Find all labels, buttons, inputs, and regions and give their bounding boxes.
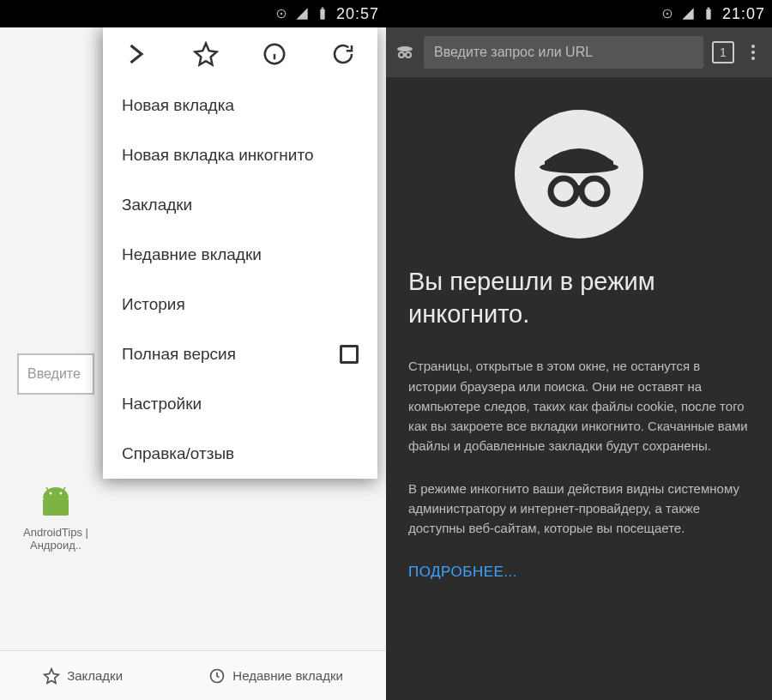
status-time: 20:57 xyxy=(336,5,379,23)
tab-switcher-button[interactable]: 1 xyxy=(712,41,734,63)
battery-icon xyxy=(702,7,715,21)
svg-rect-3 xyxy=(322,8,324,9)
screenshot-right: 21:07 Введите запрос или URL 1 Вы перешл… xyxy=(386,0,772,700)
menu-item-help[interactable]: Справка/отзыв xyxy=(103,429,377,479)
menu-item-new-incognito[interactable]: Новая вкладка инкогнито xyxy=(103,130,377,180)
bookmarks-shortcut[interactable]: Закладки xyxy=(43,667,123,685)
menu-item-new-tab[interactable]: Новая вкладка xyxy=(103,81,377,130)
svg-point-21 xyxy=(751,45,755,48)
incognito-page: Вы перешли в режим инкогнито. Страницы, … xyxy=(386,77,772,584)
status-bar-left: 20:57 xyxy=(0,0,386,27)
bottom-shortcut-bar: Закладки Недавние вкладки xyxy=(0,650,386,700)
android-icon xyxy=(34,486,77,521)
svg-point-14 xyxy=(666,13,669,15)
menu-item-bookmarks[interactable]: Закладки xyxy=(103,180,377,230)
svg-point-1 xyxy=(280,13,283,15)
svg-point-26 xyxy=(582,178,607,204)
status-bar-right: 21:07 xyxy=(386,0,772,27)
svg-point-17 xyxy=(397,46,413,51)
signal-icon xyxy=(295,7,309,21)
url-placeholder: Введите запрос или URL xyxy=(434,45,593,60)
svg-point-6 xyxy=(60,492,63,495)
recent-tabs-shortcut[interactable]: Недавние вкладки xyxy=(208,667,343,685)
learn-more-link[interactable]: ПОДРОБНЕЕ... xyxy=(408,560,517,584)
svg-point-23 xyxy=(751,57,755,60)
menu-item-desktop-site[interactable]: Полная версия xyxy=(103,329,377,379)
url-input[interactable]: Введите запрос или URL xyxy=(424,36,703,69)
svg-rect-16 xyxy=(708,8,710,9)
bookmarks-label: Закладки xyxy=(67,668,123,683)
sync-icon xyxy=(660,7,674,21)
desktop-site-checkbox[interactable] xyxy=(340,345,359,364)
svg-point-24 xyxy=(540,161,618,173)
overflow-menu-button[interactable] xyxy=(743,42,763,63)
svg-point-5 xyxy=(50,492,52,495)
forward-icon[interactable] xyxy=(124,41,150,67)
recent-label: Недавние вкладки xyxy=(232,668,343,683)
tile-label-2: Андроид.. xyxy=(9,539,103,552)
history-icon xyxy=(208,667,226,685)
signal-icon xyxy=(681,7,695,21)
search-input[interactable]: Введите xyxy=(17,353,94,395)
svg-point-25 xyxy=(551,178,576,204)
info-icon[interactable] xyxy=(262,41,287,67)
svg-rect-4 xyxy=(43,498,69,516)
incognito-paragraph-1: Страницы, открытые в этом окне, не остан… xyxy=(408,356,750,456)
sync-icon xyxy=(274,7,288,21)
battery-icon xyxy=(316,7,329,21)
star-icon[interactable] xyxy=(193,41,219,67)
menu-icon-row xyxy=(103,27,377,81)
incognito-title: Вы перешли в режим инкогнито. xyxy=(408,266,750,330)
svg-point-18 xyxy=(399,52,404,57)
tile-label-1: AndroidTips | xyxy=(9,526,103,539)
menu-item-history[interactable]: История xyxy=(103,280,377,329)
speed-dial-tile[interactable]: AndroidTips | Андроид.. xyxy=(9,486,103,552)
incognito-icon xyxy=(395,42,415,63)
svg-rect-15 xyxy=(706,9,710,20)
menu-item-recent-tabs[interactable]: Недавние вкладки xyxy=(103,230,377,280)
svg-rect-2 xyxy=(320,9,324,20)
chrome-overflow-menu: Новая вкладка Новая вкладка инкогнито За… xyxy=(103,27,377,479)
incognito-paragraph-2: В режиме инкогнито ваши действия видны с… xyxy=(408,479,750,539)
svg-point-19 xyxy=(406,52,411,57)
status-time: 21:07 xyxy=(722,5,765,23)
chrome-home: Введите AndroidTips | Андроид.. Закладки… xyxy=(0,27,386,700)
svg-point-22 xyxy=(751,51,755,54)
search-placeholder: Введите xyxy=(27,366,81,382)
menu-item-settings[interactable]: Настройки xyxy=(103,379,377,429)
star-outline-icon xyxy=(43,667,60,685)
incognito-toolbar: Введите запрос или URL 1 xyxy=(386,27,772,77)
refresh-icon[interactable] xyxy=(330,41,356,67)
screenshot-left: 20:57 Введите AndroidTips | Андроид.. За… xyxy=(0,0,386,700)
incognito-hero-icon xyxy=(515,110,643,238)
